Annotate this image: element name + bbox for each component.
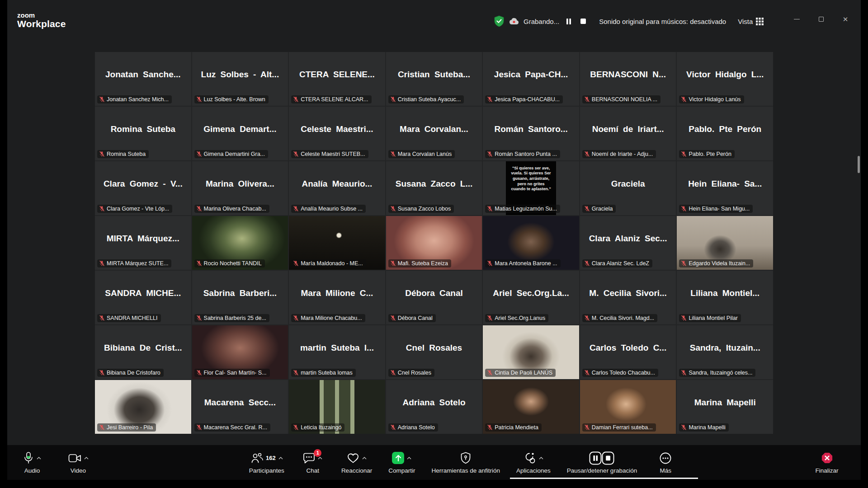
participant-name-area: Noemí de Iriart... bbox=[580, 107, 676, 151]
participant-name-text: Jonatan Sanchez Mich... bbox=[107, 96, 169, 103]
toolbar-end-meeting-button[interactable]: Finalizar bbox=[815, 451, 839, 474]
participant-display-name: Carlos Toledo C... bbox=[587, 343, 669, 353]
participant-tile[interactable]: Gimena Demart... Gimena Demartini Gra... bbox=[192, 107, 288, 160]
participant-tile[interactable]: Graciela Graciela bbox=[580, 161, 676, 215]
participant-tile[interactable]: Marina Olivera... Marina Olivera Chacab.… bbox=[192, 161, 288, 215]
participant-tile[interactable]: Leticia Ituzaingó bbox=[289, 380, 385, 434]
participant-name-label: Ariel Sec.Org.Lanus bbox=[485, 314, 548, 322]
muted-mic-icon bbox=[99, 260, 105, 267]
toolbar-chat-button[interactable]: 1 Chat bbox=[301, 451, 325, 474]
maximize-button[interactable] bbox=[815, 14, 827, 24]
participant-name-area: Celeste Maestri... bbox=[289, 107, 385, 151]
participant-tile[interactable]: Débora Canal Débora Canal bbox=[386, 271, 482, 324]
pause-recording-label: Pausar/detener grabación bbox=[567, 467, 637, 474]
participant-tile[interactable]: Celeste Maestri... Celeste Maestri SUTEB… bbox=[289, 107, 385, 160]
participant-tile[interactable]: Susana Zacco L... Susana Zacco Lobos bbox=[386, 161, 482, 215]
toolbar-audio-button[interactable]: Audio bbox=[20, 451, 44, 474]
participant-tile[interactable]: Flor Cal- San Martín- S... bbox=[192, 325, 288, 379]
participant-tile[interactable]: Cristian Suteba... Cristian Suteba Ayacu… bbox=[386, 52, 482, 106]
participant-tile[interactable]: Macarena Secc... Macarena Secc Gral. R..… bbox=[192, 380, 288, 434]
participant-name-area: Clara Alaniz Sec... bbox=[580, 216, 676, 261]
participant-tile[interactable]: Victor Hidalgo L... Victor Hidalgo Lanús bbox=[677, 52, 773, 106]
recording-status-text: Grabando... bbox=[524, 18, 559, 25]
participant-name-label: Bibiana De Cristofaro bbox=[97, 369, 164, 377]
share-chevron-icon[interactable] bbox=[407, 457, 411, 460]
toolbar-host-tools-button[interactable]: Herramientas de anfitrión bbox=[431, 451, 500, 474]
participant-tile[interactable]: Ariel Sec.Org.La... Ariel Sec.Org.Lanus bbox=[483, 271, 579, 324]
participant-tile[interactable]: Liliana Montiel... Liliana Montiel Pilar bbox=[677, 271, 773, 324]
participant-tile[interactable]: Mafi. Suteba Ezeiza bbox=[386, 216, 482, 270]
participant-tile[interactable]: Cintia De Paoli LANÚS bbox=[483, 325, 579, 379]
participant-tile[interactable]: BERNASCONI N... BERNASCONI NOELIA ... bbox=[580, 52, 676, 106]
participant-tile[interactable]: Pablo. Pte Perón Pablo. Pte Perón bbox=[677, 107, 773, 160]
participant-tile[interactable]: Romina Suteba Romina Suteba bbox=[95, 107, 191, 160]
participant-tile[interactable]: María Maldonado - ME... bbox=[289, 216, 385, 270]
toolbar-react-button[interactable]: Reaccionar bbox=[341, 451, 372, 474]
stop-recording-icon[interactable] bbox=[578, 16, 588, 26]
participant-tile[interactable]: Clara Gomez - V... Clara Gomez - Vte Lóp… bbox=[95, 161, 191, 215]
participant-display-name: MIRTA Márquez... bbox=[104, 234, 182, 244]
participant-tile[interactable]: Rocio Nochetti TANDIL bbox=[192, 216, 288, 270]
muted-mic-icon bbox=[99, 315, 105, 321]
close-button[interactable]: ✕ bbox=[839, 14, 852, 24]
toolbar-apps-button[interactable]: Aplicaciones bbox=[516, 451, 551, 474]
participant-name-label: Sabrina Barberis 25 de... bbox=[194, 314, 269, 322]
participant-name-label: Jonatan Sanchez Mich... bbox=[97, 95, 172, 103]
participant-tile[interactable]: SANDRA MICHE... SANDRA MICHELLI bbox=[95, 271, 191, 324]
view-button[interactable]: Vista bbox=[738, 18, 764, 25]
participant-tile[interactable]: Marina Mapelli Marina Mapelli bbox=[677, 380, 773, 434]
participant-tile[interactable]: Analía Meaurio... Analía Meaurio Subse .… bbox=[289, 161, 385, 215]
participant-tile[interactable]: M. Cecilia Sivori... M. Cecilia Sivori. … bbox=[580, 271, 676, 324]
toolbar-pause-recording-button[interactable]: Pausar/detener grabación bbox=[567, 451, 637, 474]
pause-recording-icon[interactable] bbox=[564, 16, 574, 26]
participant-tile[interactable]: Luz Solbes - Alt... Luz Solbes - Alte. B… bbox=[192, 52, 288, 106]
toolbar-participants-button[interactable]: 162 Participantes bbox=[249, 451, 284, 474]
participant-tile[interactable]: Cnel Rosales Cnel Rosales bbox=[386, 325, 482, 379]
participant-tile[interactable]: Hein Eliana- Sa... Hein Eliana- San Migu… bbox=[677, 161, 773, 215]
apps-chevron-icon[interactable] bbox=[539, 457, 543, 460]
participant-name-label: Mara Corvalan Lanús bbox=[388, 150, 455, 158]
toolbar-video-button[interactable]: Video bbox=[66, 451, 90, 474]
original-sound-status[interactable]: Sonido original para músicos: desactivad… bbox=[599, 18, 726, 25]
participant-tile[interactable]: Adriana Sotelo Adriana Sotelo bbox=[386, 380, 482, 434]
participant-tile[interactable]: "Si quieres ser ave, vuela. Si quieres S… bbox=[483, 161, 579, 215]
participant-tile[interactable]: Mara Antonela Barone ... bbox=[483, 216, 579, 270]
muted-mic-icon bbox=[487, 424, 493, 431]
participant-tile[interactable]: Jesica Papa-CH... Jesica Papa-CHACABU... bbox=[483, 52, 579, 106]
audio-chevron-icon[interactable] bbox=[37, 457, 41, 460]
toolbar-more-button[interactable]: Más bbox=[653, 451, 678, 474]
participant-tile[interactable]: Damian Ferrari suteba... bbox=[580, 380, 676, 434]
participant-display-name: Noemí de Iriart... bbox=[590, 124, 667, 134]
participant-tile[interactable]: Sabrina Barberi... Sabrina Barberis 25 d… bbox=[192, 271, 288, 324]
react-chevron-icon[interactable] bbox=[362, 457, 367, 460]
participant-tile[interactable]: Jesi Barreiro - Pila bbox=[95, 380, 191, 434]
video-chevron-icon[interactable] bbox=[84, 457, 89, 460]
pause-stop-recording-icon bbox=[589, 451, 614, 465]
participant-tile[interactable]: Clara Alaniz Sec... Clara Alaniz Sec. Ld… bbox=[580, 216, 676, 270]
minimize-button[interactable] bbox=[790, 14, 803, 24]
participant-tile[interactable]: MIRTA Márquez... MIRTA Márquez SUTE... bbox=[95, 216, 191, 270]
participants-chevron-icon[interactable] bbox=[278, 457, 283, 460]
participant-tile[interactable]: Edgardo Videla Ituzain... bbox=[677, 216, 773, 270]
participant-tile[interactable]: Mara Milione C... Mara Milione Chacabu..… bbox=[289, 271, 385, 324]
toolbar-left-group: Audio Video bbox=[7, 451, 143, 474]
participant-tile[interactable]: Mara Corvalan... Mara Corvalan Lanús bbox=[386, 107, 482, 160]
toolbar-share-button[interactable]: Compartir bbox=[388, 451, 415, 474]
gallery-scrollbar[interactable] bbox=[858, 156, 860, 173]
participant-tile[interactable]: martin Suteba l... martin Suteba lomas bbox=[289, 325, 385, 379]
participant-tile[interactable]: Sandra, Ituzain... Sandra, Ituzaingó cel… bbox=[677, 325, 773, 379]
muted-mic-icon bbox=[196, 260, 202, 267]
participant-name-label: Rocio Nochetti TANDIL bbox=[194, 259, 265, 267]
participant-tile[interactable]: CTERA SELENE... CTERA SELENE ALCAR... bbox=[289, 52, 385, 106]
muted-mic-icon bbox=[681, 260, 687, 267]
participant-tile[interactable]: Noemí de Iriart... Noemí de Iriarte - Ad… bbox=[580, 107, 676, 160]
participant-tile[interactable]: Jonatan Sanche... Jonatan Sanchez Mich..… bbox=[95, 52, 191, 106]
chat-chevron-icon[interactable] bbox=[318, 457, 322, 460]
participant-tile[interactable]: Bibiana De Crist... Bibiana De Cristofar… bbox=[95, 325, 191, 379]
participant-name-text: Flor Cal- San Martín- S... bbox=[204, 370, 267, 376]
participant-tile[interactable]: Carlos Toledo C... Carlos Toledo Chacabu… bbox=[580, 325, 676, 379]
participant-tile[interactable]: Román Santoro... Román Santoro Punta ... bbox=[483, 107, 579, 160]
security-shield-icon[interactable] bbox=[494, 15, 505, 27]
participant-tile[interactable]: Patricia Mendieta bbox=[483, 380, 579, 434]
toolbar-right-group: Finalizar bbox=[784, 451, 861, 474]
